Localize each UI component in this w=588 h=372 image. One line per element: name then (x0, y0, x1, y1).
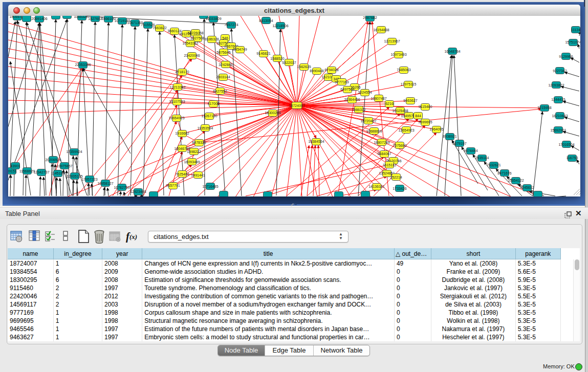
svg-text:9245612: 9245612 (520, 186, 534, 189)
svg-text:14136141: 14136141 (368, 185, 384, 188)
svg-text:20691406: 20691406 (31, 17, 47, 20)
svg-text:6497568: 6497568 (340, 87, 354, 91)
svg-text:8471676: 8471676 (497, 171, 511, 175)
svg-text:546: 546 (222, 36, 228, 40)
svg-text:15751074: 15751074 (565, 40, 580, 44)
svg-text:18724007: 18724007 (289, 104, 304, 107)
svg-text:39151: 39151 (8, 169, 17, 173)
svg-text:12093822: 12093822 (548, 83, 564, 87)
svg-text:15692901: 15692901 (550, 128, 566, 132)
svg-text:1916682: 1916682 (175, 132, 189, 135)
svg-text:2803144: 2803144 (216, 75, 230, 79)
svg-text:8813054: 8813054 (259, 19, 273, 23)
svg-text:7485063: 7485063 (397, 68, 410, 72)
svg-text:12213382: 12213382 (169, 85, 185, 89)
svg-text:22053346: 22053346 (75, 63, 91, 67)
svg-text:9657791: 9657791 (166, 184, 180, 187)
svg-text:17957223: 17957223 (81, 178, 97, 181)
svg-text:23420046: 23420046 (184, 54, 200, 57)
svg-text:17359924: 17359924 (66, 150, 82, 154)
svg-text:116753: 116753 (567, 156, 578, 160)
svg-text:5875645: 5875645 (216, 51, 230, 54)
svg-text:9699695: 9699695 (418, 120, 432, 124)
svg-text:20364456: 20364456 (344, 98, 360, 101)
svg-text:7075692: 7075692 (393, 144, 406, 147)
svg-text:13267130: 13267130 (201, 114, 217, 118)
svg-text:8186328: 8186328 (205, 37, 219, 41)
svg-text:10543362: 10543362 (182, 41, 198, 45)
svg-text:17975115: 17975115 (401, 82, 417, 86)
svg-text:2087682: 2087682 (363, 16, 377, 19)
svg-text:9463627: 9463627 (403, 99, 417, 102)
svg-text:9684067: 9684067 (377, 152, 391, 156)
svg-text:9327508: 9327508 (190, 36, 204, 40)
svg-text:2935114: 2935114 (475, 156, 489, 160)
svg-text:7663822: 7663822 (153, 26, 166, 30)
svg-text:10807487: 10807487 (371, 97, 386, 100)
svg-text:17016504: 17016504 (558, 143, 574, 146)
svg-text:1145194: 1145194 (51, 171, 65, 175)
svg-text:1244415: 1244415 (551, 98, 565, 101)
svg-text:16107533: 16107533 (169, 100, 185, 103)
svg-text:18300295: 18300295 (265, 111, 280, 115)
svg-text:1562635: 1562635 (297, 65, 311, 69)
svg-text:9115460: 9115460 (419, 105, 432, 108)
svg-text:1527602: 1527602 (88, 17, 102, 20)
svg-text:12935135: 12935135 (67, 174, 82, 178)
svg-text:11353594: 11353594 (198, 126, 213, 130)
svg-text:16210643: 16210643 (552, 114, 568, 118)
svg-text:6216: 6216 (385, 102, 394, 105)
svg-text:19384554: 19384554 (308, 140, 324, 143)
svg-text:6679197: 6679197 (452, 142, 466, 145)
svg-text:417006: 417006 (207, 102, 219, 105)
svg-text:9146821: 9146821 (256, 52, 270, 55)
svg-text:8478335: 8478335 (192, 141, 206, 144)
svg-text:16782759: 16782759 (114, 186, 129, 189)
svg-text:12923448: 12923448 (130, 190, 146, 193)
svg-text:12218506: 12218506 (272, 24, 288, 28)
svg-text:9777169: 9777169 (335, 80, 349, 84)
svg-text:7632621: 7632621 (487, 163, 500, 167)
svg-text:9474444: 9474444 (464, 149, 477, 152)
svg-text:10973493: 10973493 (390, 53, 406, 56)
svg-text:10958127: 10958127 (97, 182, 113, 185)
svg-text:1964095: 1964095 (429, 127, 443, 131)
svg-text:252214: 252214 (390, 176, 402, 179)
svg-text:11568629: 11568629 (19, 169, 35, 173)
svg-text:10653287: 10653287 (74, 16, 90, 18)
svg-text:1615112: 1615112 (383, 163, 397, 167)
svg-text:7625402: 7625402 (175, 172, 189, 176)
svg-text:7986372: 7986372 (352, 108, 365, 112)
svg-text:1498222: 1498222 (187, 150, 201, 154)
svg-text:6466100: 6466100 (101, 17, 115, 20)
svg-text:8427552: 8427552 (213, 90, 227, 93)
svg-text:(x): (x) (129, 233, 137, 240)
svg-text:1588520: 1588520 (270, 57, 284, 60)
svg-text:3024554: 3024554 (358, 91, 372, 94)
svg-text:20206526: 20206526 (45, 158, 61, 162)
svg-text:16720407: 16720407 (360, 119, 376, 123)
svg-text:12213967: 12213967 (384, 39, 400, 43)
svg-text:53226058: 53226058 (187, 31, 203, 35)
svg-text:1491441: 1491441 (191, 173, 205, 177)
svg-text:16033809: 16033809 (205, 17, 221, 20)
svg-text:13654923: 13654923 (398, 128, 414, 132)
svg-text:16648784: 16648784 (444, 50, 460, 53)
svg-text:6794028: 6794028 (324, 68, 338, 72)
svg-text:3242845: 3242845 (219, 63, 232, 67)
svg-text:2718170: 2718170 (175, 70, 189, 74)
svg-text:11124: 11124 (571, 28, 580, 32)
svg-text:16154838: 16154838 (373, 28, 389, 32)
svg-text:43901: 43901 (10, 164, 20, 168)
svg-text:7357274: 7357274 (224, 23, 238, 27)
svg-text:3215958: 3215958 (537, 106, 551, 110)
svg-text:8990448: 8990448 (310, 69, 323, 73)
svg-text:19975857: 19975857 (56, 164, 72, 168)
svg-text:19654925: 19654925 (168, 116, 184, 120)
svg-text:9227342: 9227342 (553, 69, 567, 73)
svg-text:5322037: 5322037 (282, 61, 296, 64)
svg-text:15716485: 15716485 (202, 185, 218, 188)
svg-text:10025458: 10025458 (392, 109, 408, 113)
svg-text:9129966: 9129966 (559, 55, 573, 58)
svg-text:1733426: 1733426 (393, 187, 406, 190)
